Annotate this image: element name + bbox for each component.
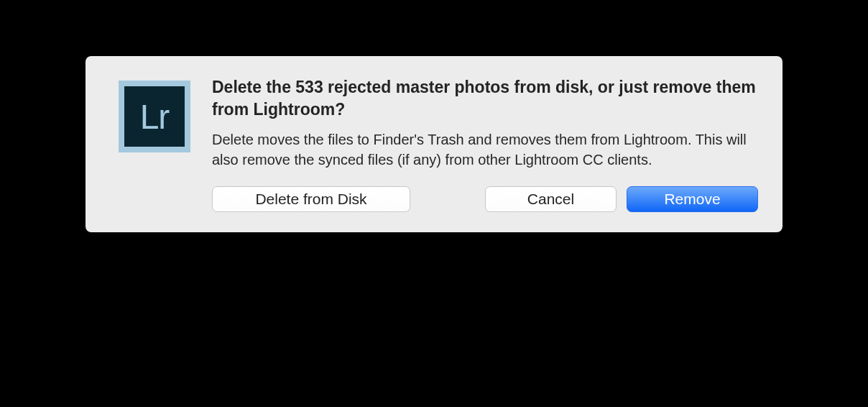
delete-from-disk-button[interactable]: Delete from Disk bbox=[212, 186, 410, 212]
remove-button[interactable]: Remove bbox=[627, 186, 758, 212]
dialog-body-text: Delete moves the files to Finder's Trash… bbox=[212, 129, 758, 170]
confirmation-dialog: Lr Delete the 533 rejected master photos… bbox=[86, 56, 782, 232]
dialog-button-row: Delete from Disk Cancel Remove bbox=[212, 186, 758, 212]
lightroom-icon: Lr bbox=[119, 81, 190, 152]
cancel-button[interactable]: Cancel bbox=[485, 186, 617, 212]
dialog-content: Delete the 533 rejected master photos fr… bbox=[212, 76, 762, 212]
lightroom-icon-inner: Lr bbox=[124, 86, 185, 147]
dialog-heading: Delete the 533 rejected master photos fr… bbox=[212, 76, 758, 121]
app-icon-container: Lr bbox=[106, 76, 190, 212]
